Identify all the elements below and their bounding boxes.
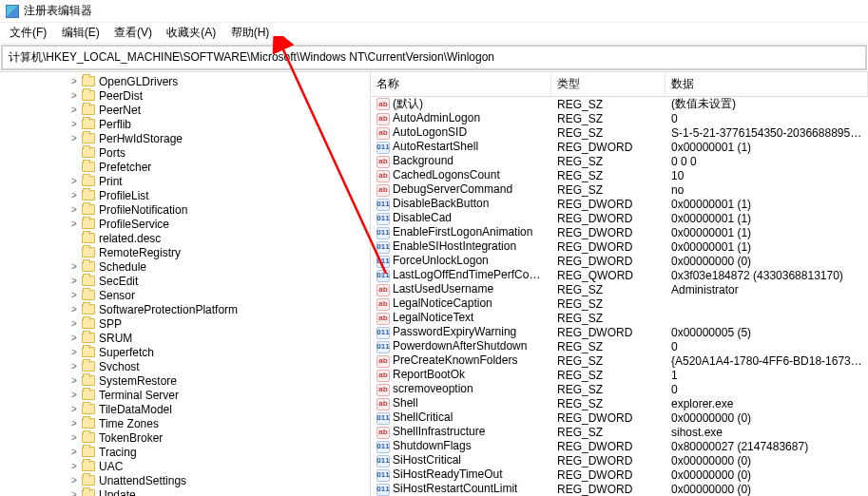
value-name: SiHostReadyTimeOut xyxy=(393,467,503,481)
tree-item[interactable]: >OpenGLDrivers xyxy=(0,74,370,88)
tree-expander-icon[interactable]: > xyxy=(68,276,80,286)
tree-expander-icon[interactable]: > xyxy=(68,176,80,186)
column-header-type[interactable]: 类型 xyxy=(551,72,665,96)
menu-favorites[interactable]: 收藏夹(A) xyxy=(161,24,222,41)
value-row[interactable]: 011PowerdownAfterShutdownREG_SZ0 xyxy=(371,339,868,353)
tree-item[interactable]: related.desc xyxy=(0,231,370,245)
tree-expander-icon[interactable]: > xyxy=(68,489,80,496)
tree-expander-icon[interactable]: > xyxy=(68,304,80,315)
tree-item[interactable]: >UnattendSettings xyxy=(0,473,370,487)
tree-expander-icon[interactable]: > xyxy=(68,418,80,429)
value-row[interactable]: 011LastLogOffEndTimePerfCounterREG_QWORD… xyxy=(371,268,868,282)
value-row[interactable]: abscremoveoptionREG_SZ0 xyxy=(371,382,868,396)
tree-item[interactable]: >Perflib xyxy=(0,117,370,131)
column-header-name[interactable]: 名称 xyxy=(371,72,551,96)
value-row[interactable]: abCachedLogonsCountREG_SZ10 xyxy=(371,168,868,182)
tree-item[interactable]: >ProfileList xyxy=(0,188,370,202)
tree-expander-icon[interactable]: > xyxy=(68,219,80,229)
tree-expander-icon[interactable]: > xyxy=(68,105,80,115)
column-header-data[interactable]: 数据 xyxy=(665,72,868,96)
tree-item[interactable]: Ports xyxy=(0,145,370,160)
menu-view[interactable]: 查看(V) xyxy=(108,24,158,41)
tree-item[interactable]: >SoftwareProtectionPlatform xyxy=(0,302,370,316)
tree-item[interactable]: >ProfileService xyxy=(0,217,370,231)
menu-edit[interactable]: 编辑(E) xyxy=(56,24,106,41)
value-row[interactable]: abLastUsedUsernameREG_SZAdministrator xyxy=(371,282,868,296)
tree-item[interactable]: >PeerDist xyxy=(0,88,370,103)
value-row[interactable]: abShellREG_SZexplorer.exe xyxy=(371,396,868,410)
tree-expander-icon[interactable]: > xyxy=(68,447,80,457)
tree-expander-icon[interactable]: > xyxy=(68,90,80,101)
value-row[interactable]: abLegalNoticeCaptionREG_SZ xyxy=(371,296,868,311)
value-row[interactable]: 011EnableSIHostIntegrationREG_DWORD0x000… xyxy=(371,239,868,254)
value-row[interactable]: 011SiHostReadyTimeOutREG_DWORD0x00000000… xyxy=(371,467,868,482)
value-row[interactable]: 011EnableFirstLogonAnimationREG_DWORD0x0… xyxy=(371,225,868,239)
tree-item[interactable]: >SecEdit xyxy=(0,274,370,288)
tree-item[interactable]: >Schedule xyxy=(0,259,370,274)
value-row[interactable]: 011DisableBackButtonREG_DWORD0x00000001 … xyxy=(371,197,868,211)
tree-item[interactable]: >Terminal Server xyxy=(0,388,370,402)
tree-item-label: SoftwareProtectionPlatform xyxy=(99,303,238,316)
tree-expander-icon[interactable]: > xyxy=(68,333,80,343)
tree-expander-icon[interactable]: > xyxy=(68,404,80,414)
value-row[interactable]: abLegalNoticeTextREG_SZ xyxy=(371,311,868,325)
value-row[interactable]: abReportBootOkREG_SZ1 xyxy=(371,368,868,382)
value-row[interactable]: 011SiHostCriticalREG_DWORD0x00000000 (0) xyxy=(371,453,868,467)
value-row[interactable]: 011AutoRestartShellREG_DWORD0x00000001 (… xyxy=(371,140,868,154)
tree-expander-icon[interactable]: > xyxy=(68,119,80,129)
tree-expander-icon[interactable]: > xyxy=(68,347,80,357)
tree-item[interactable]: >Time Zones xyxy=(0,416,370,430)
tree-expander-icon[interactable]: > xyxy=(68,461,80,471)
tree-item[interactable]: >Tracing xyxy=(0,445,370,459)
tree-item[interactable]: >ProfileNotification xyxy=(0,202,370,217)
value-row[interactable]: 011ShutdownFlagsREG_DWORD0x80000027 (214… xyxy=(371,439,868,453)
tree-expander-icon[interactable]: > xyxy=(68,190,80,200)
tree-expander-icon[interactable]: > xyxy=(68,261,80,272)
tree-item[interactable]: >Print xyxy=(0,174,370,188)
value-row[interactable]: abAutoLogonSIDREG_SZS-1-5-21-3776154350-… xyxy=(371,125,868,140)
menu-file[interactable]: 文件(F) xyxy=(4,24,52,41)
tree-expander-icon[interactable]: > xyxy=(68,475,80,486)
tree-item[interactable]: >PeerNet xyxy=(0,103,370,117)
dword-value-icon: 011 xyxy=(376,142,390,154)
tree-item[interactable]: >Sensor xyxy=(0,288,370,302)
tree-item[interactable]: >TileDataModel xyxy=(0,402,370,416)
value-row[interactable]: 011ForceUnlockLogonREG_DWORD0x00000000 (… xyxy=(371,254,868,268)
tree-expander-icon[interactable]: > xyxy=(68,390,80,400)
tree-item[interactable]: >SystemRestore xyxy=(0,373,370,388)
value-row[interactable]: 011ShellCriticalREG_DWORD0x00000000 (0) xyxy=(371,410,868,425)
tree-expander-icon[interactable]: > xyxy=(68,290,80,300)
value-row[interactable]: 011DisableCadREG_DWORD0x00000001 (1) xyxy=(371,211,868,225)
tree-item[interactable]: >TokenBroker xyxy=(0,430,370,445)
registry-tree[interactable]: >OpenGLDrivers>PeerDist>PeerNet>Perflib>… xyxy=(0,72,371,496)
value-row[interactable]: abAutoAdminLogonREG_SZ0 xyxy=(371,111,868,125)
value-row[interactable]: ab(默认)REG_SZ(数值未设置) xyxy=(371,97,868,111)
tree-expander-icon[interactable]: > xyxy=(68,361,80,372)
value-row[interactable]: abPreCreateKnownFoldersREG_SZ{A520A1A4-1… xyxy=(371,353,868,368)
tree-item[interactable]: >Svchost xyxy=(0,359,370,373)
menu-help[interactable]: 帮助(H) xyxy=(225,24,276,41)
value-row[interactable]: abDebugServerCommandREG_SZno xyxy=(371,182,868,197)
value-row[interactable]: abShellInfrastructureREG_SZsihost.exe xyxy=(371,425,868,439)
tree-expander-icon[interactable]: > xyxy=(68,375,80,386)
value-row[interactable]: abBackgroundREG_SZ0 0 0 xyxy=(371,154,868,168)
tree-expander-icon[interactable]: > xyxy=(68,133,80,143)
tree-item[interactable]: >Superfetch xyxy=(0,345,370,359)
dword-value-icon: 011 xyxy=(376,199,390,211)
tree-expander-icon[interactable]: > xyxy=(68,76,80,86)
tree-expander-icon[interactable]: > xyxy=(68,204,80,215)
value-list-body: ab(默认)REG_SZ(数值未设置)abAutoAdminLogonREG_S… xyxy=(371,97,868,496)
tree-item[interactable]: >SRUM xyxy=(0,331,370,345)
tree-item[interactable]: >UAC xyxy=(0,459,370,473)
value-row[interactable]: 011SiHostRestartCountLimitREG_DWORD0x000… xyxy=(371,482,868,496)
tree-item[interactable]: Prefetcher xyxy=(0,160,370,174)
tree-item[interactable]: >Update xyxy=(0,487,370,496)
tree-item[interactable]: RemoteRegistry xyxy=(0,245,370,259)
value-row[interactable]: 011PasswordExpiryWarningREG_DWORD0x00000… xyxy=(371,325,868,339)
tree-expander-icon[interactable]: > xyxy=(68,432,80,443)
tree-item[interactable]: >PerHwIdStorage xyxy=(0,131,370,145)
tree-expander-icon[interactable]: > xyxy=(68,318,80,329)
tree-item[interactable]: >SPP xyxy=(0,316,370,331)
address-bar[interactable]: 计算机\HKEY_LOCAL_MACHINE\SOFTWARE\Microsof… xyxy=(1,45,867,70)
value-name: EnableSIHostIntegration xyxy=(393,239,516,253)
